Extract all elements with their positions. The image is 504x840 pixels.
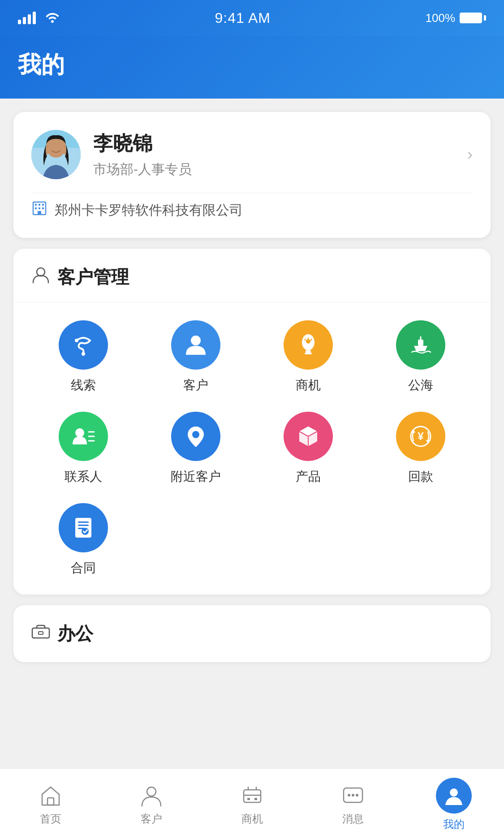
signal-icon xyxy=(18,12,36,24)
payment-icon-circle: ¥ xyxy=(396,412,445,461)
customer-management-section: 客户管理 线索 xyxy=(13,249,491,594)
customer-nav-icon xyxy=(139,783,164,808)
svg-rect-10 xyxy=(38,211,41,215)
customer-label: 客户 xyxy=(183,377,208,394)
svg-point-37 xyxy=(147,787,156,796)
svg-rect-31 xyxy=(78,525,89,526)
svg-point-20 xyxy=(75,428,84,437)
product-icon-circle xyxy=(284,412,333,461)
svg-rect-17 xyxy=(305,353,312,354)
svg-point-14 xyxy=(191,336,201,345)
chevron-right-icon[interactable]: › xyxy=(467,145,473,164)
customer-section-title: 客户管理 xyxy=(57,265,129,289)
svg-rect-8 xyxy=(39,207,40,209)
svg-rect-43 xyxy=(254,798,257,800)
status-bar: 9:41 AM 100% xyxy=(0,0,504,36)
contract-label: 合同 xyxy=(71,560,96,577)
svg-rect-5 xyxy=(39,204,40,206)
office-section: 办公 xyxy=(13,605,491,662)
svg-rect-30 xyxy=(78,521,89,523)
profile-text: 李晓锦 市场部-人事专员 xyxy=(93,130,192,179)
contract-icon-circle xyxy=(59,503,108,552)
nav-item-mine[interactable]: 我的 xyxy=(403,778,504,831)
battery-percent: 100% xyxy=(426,11,456,25)
svg-rect-42 xyxy=(247,798,250,800)
svg-point-33 xyxy=(82,528,89,535)
grid-item-sea[interactable]: 公海 xyxy=(365,320,477,394)
svg-rect-35 xyxy=(39,632,43,634)
wifi-icon xyxy=(45,10,60,26)
opportunity-label: 商机 xyxy=(296,377,321,394)
profile-top: 李晓锦 市场部-人事专员 › xyxy=(31,130,473,179)
opportunity-icon-circle xyxy=(284,320,333,370)
message-nav-icon xyxy=(340,783,366,808)
svg-rect-38 xyxy=(244,790,261,802)
grid-item-customer[interactable]: 客户 xyxy=(139,320,252,394)
svg-rect-9 xyxy=(42,207,44,209)
mine-nav-label: 我的 xyxy=(443,817,465,831)
home-nav-label: 首页 xyxy=(40,812,61,826)
contact-icon-circle xyxy=(59,412,108,461)
svg-point-45 xyxy=(348,794,350,797)
svg-rect-4 xyxy=(35,204,37,206)
nav-item-opportunity[interactable]: 商机 xyxy=(202,783,302,826)
opportunity-nav-label: 商机 xyxy=(241,812,263,826)
profile-company: 郑州卡卡罗特软件科技有限公司 xyxy=(31,193,473,220)
svg-rect-34 xyxy=(32,628,49,638)
grid-item-contact[interactable]: 联系人 xyxy=(27,412,139,485)
company-name: 郑州卡卡罗特软件科技有限公司 xyxy=(55,201,243,220)
profile-card[interactable]: 李晓锦 市场部-人事专员 › 郑州卡卡罗特软件科技有限公司 xyxy=(13,112,491,238)
office-icon xyxy=(31,624,50,644)
svg-text:¥: ¥ xyxy=(418,430,424,442)
svg-rect-36 xyxy=(47,798,54,805)
svg-point-13 xyxy=(75,339,78,342)
nearby-icon-circle xyxy=(171,412,220,461)
main-content: 李晓锦 市场部-人事专员 › 郑州卡卡罗特软件科技有限公司 xyxy=(0,99,504,676)
avatar[interactable] xyxy=(31,130,81,179)
profile-role: 市场部-人事专员 xyxy=(93,160,192,179)
svg-point-47 xyxy=(356,794,358,797)
office-header: 办公 xyxy=(31,621,473,646)
sea-label: 公海 xyxy=(408,377,433,394)
nav-item-message[interactable]: 消息 xyxy=(302,783,403,826)
contact-label: 联系人 xyxy=(65,468,102,485)
office-section-title: 办公 xyxy=(57,621,93,646)
svg-point-11 xyxy=(37,268,45,276)
grid-item-contract[interactable]: 合同 xyxy=(27,503,139,577)
product-label: 产品 xyxy=(296,468,321,485)
message-nav-label: 消息 xyxy=(342,812,364,826)
svg-rect-19 xyxy=(418,340,423,346)
customer-icon-grid: 线索 客户 xyxy=(13,302,491,594)
customer-section-icon xyxy=(31,266,50,289)
building-icon xyxy=(31,200,47,220)
status-right: 100% xyxy=(426,11,487,25)
customer-nav-label: 客户 xyxy=(141,812,162,826)
svg-rect-16 xyxy=(306,350,311,353)
grid-item-nearby[interactable]: 附近客户 xyxy=(139,412,252,485)
status-time: 9:41 AM xyxy=(215,10,271,26)
grid-item-product[interactable]: 产品 xyxy=(252,412,365,485)
home-nav-icon xyxy=(38,783,63,808)
grid-item-opportunity[interactable]: 商机 xyxy=(252,320,365,394)
customer-icon-circle xyxy=(171,320,220,370)
clue-label: 线索 xyxy=(71,377,96,394)
grid-item-payment[interactable]: ¥ 回款 xyxy=(365,412,477,485)
grid-item-clue[interactable]: 线索 xyxy=(27,320,139,394)
battery-icon xyxy=(460,13,486,23)
svg-point-12 xyxy=(82,352,85,356)
svg-point-24 xyxy=(192,431,199,438)
profile-info: 李晓锦 市场部-人事专员 xyxy=(31,130,192,179)
section-header-customer: 客户管理 xyxy=(13,249,491,302)
svg-rect-7 xyxy=(35,207,37,209)
page-title: 我的 xyxy=(18,49,486,81)
nav-item-customer[interactable]: 客户 xyxy=(101,783,202,826)
opportunity-nav-icon xyxy=(240,783,265,808)
clue-icon-circle xyxy=(59,320,108,370)
svg-point-48 xyxy=(450,788,458,797)
profile-name: 李晓锦 xyxy=(93,130,192,157)
nearby-label: 附近客户 xyxy=(171,468,221,485)
mine-nav-circle xyxy=(436,778,472,814)
sea-icon-circle xyxy=(396,320,445,370)
svg-rect-6 xyxy=(42,204,44,206)
nav-item-home[interactable]: 首页 xyxy=(0,783,101,826)
